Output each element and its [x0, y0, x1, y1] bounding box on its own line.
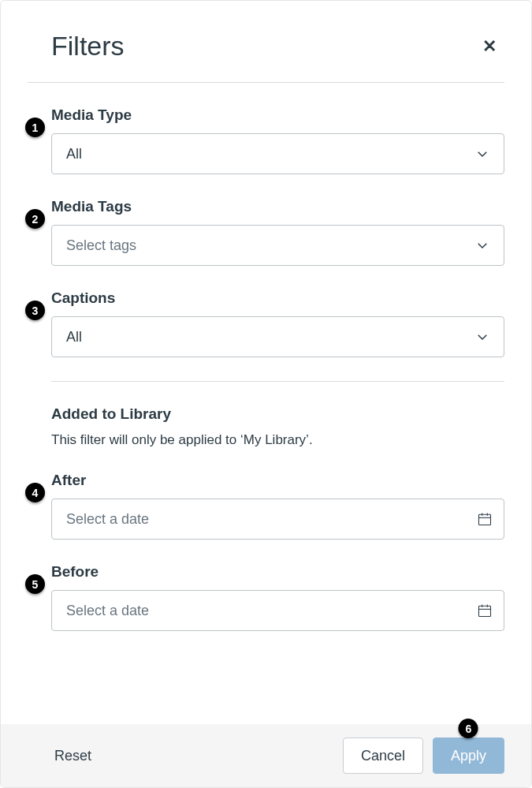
- calendar-icon[interactable]: [477, 511, 493, 527]
- before-label: Before: [51, 563, 504, 581]
- close-button[interactable]: ✕: [478, 32, 501, 62]
- chevron-down-icon: [475, 330, 489, 344]
- before-field: Before 5: [51, 563, 504, 631]
- annotation-marker-1: 1: [25, 118, 45, 137]
- apply-button-label: Apply: [451, 748, 486, 764]
- after-field: After 4: [51, 472, 504, 540]
- section-divider: [51, 381, 504, 382]
- media-tags-field: Media Tags 2 Select tags: [51, 198, 504, 266]
- apply-button[interactable]: 6 Apply: [433, 738, 504, 774]
- captions-value: All: [66, 329, 82, 345]
- reset-button[interactable]: Reset: [51, 745, 95, 767]
- after-date-input[interactable]: [66, 511, 477, 528]
- media-type-label: Media Type: [51, 106, 504, 124]
- captions-field: Captions 3 All: [51, 289, 504, 357]
- annotation-marker-5: 5: [25, 574, 45, 594]
- after-label: After: [51, 472, 504, 489]
- media-type-select[interactable]: 1 All: [51, 133, 504, 174]
- close-icon: ✕: [482, 36, 497, 56]
- added-to-library-heading: Added to Library: [51, 405, 504, 423]
- annotation-marker-3: 3: [25, 301, 45, 320]
- before-date-input[interactable]: [66, 603, 477, 619]
- captions-select[interactable]: 3 All: [51, 316, 504, 357]
- chevron-down-icon: [475, 238, 489, 252]
- annotation-marker-6: 6: [459, 719, 478, 738]
- panel-header: Filters ✕: [1, 1, 531, 82]
- annotation-marker-2: 2: [25, 209, 45, 229]
- after-date-wrapper: 4: [51, 499, 504, 540]
- annotation-marker-4: 4: [25, 483, 45, 502]
- media-tags-label: Media Tags: [51, 198, 504, 215]
- captions-label: Captions: [51, 289, 504, 307]
- calendar-icon[interactable]: [477, 603, 493, 618]
- media-type-value: All: [66, 146, 82, 162]
- chevron-down-icon: [475, 147, 489, 161]
- panel-title: Filters: [51, 31, 125, 62]
- panel-footer: Reset Cancel 6 Apply: [1, 724, 531, 787]
- panel-content: Media Type 1 All Media Tags 2 Select tag…: [1, 83, 531, 631]
- added-to-library-description: This filter will only be applied to ‘My …: [51, 432, 504, 448]
- media-type-field: Media Type 1 All: [51, 106, 504, 174]
- svg-rect-0: [479, 514, 491, 525]
- cancel-button[interactable]: Cancel: [343, 738, 423, 774]
- svg-rect-10: [479, 606, 491, 616]
- before-date-wrapper: 5: [51, 590, 504, 631]
- filters-panel: Filters ✕ Media Type 1 All Media Tags 2 …: [0, 0, 532, 788]
- media-tags-select[interactable]: 2 Select tags: [51, 225, 504, 266]
- media-tags-placeholder: Select tags: [66, 237, 136, 254]
